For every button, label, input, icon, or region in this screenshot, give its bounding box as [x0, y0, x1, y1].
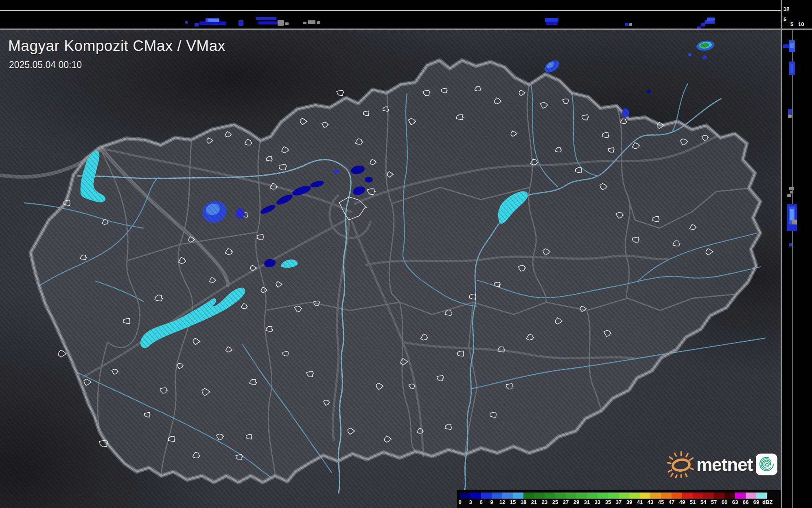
metnet-wordmark: metnet — [696, 455, 753, 475]
legend-swatch — [587, 493, 598, 499]
legend-tick-label: 6 — [476, 499, 486, 505]
top-height-profile-panel — [0, 0, 781, 29]
legend-swatch — [672, 493, 682, 499]
legend-swatch — [608, 493, 619, 499]
legend-swatch — [598, 493, 608, 499]
radar-echo — [317, 21, 320, 24]
legend-tick-label: 45 — [656, 499, 666, 505]
legend-tick-label: 63 — [730, 499, 740, 505]
legend-swatch — [534, 493, 545, 499]
legend-tick-label: 9 — [486, 499, 497, 505]
legend-tick-label: 35 — [603, 499, 613, 505]
radar-map-panel — [0, 30, 781, 508]
legend-swatch — [566, 493, 576, 499]
radar-echo — [195, 23, 199, 26]
radar-echo — [239, 20, 243, 26]
legend-swatch — [682, 493, 693, 499]
legend-swatch — [460, 493, 471, 499]
legend-labels: 0369121518212325272931333537394143454749… — [455, 499, 773, 505]
radar-echo — [790, 43, 794, 48]
legend-swatch — [471, 493, 481, 499]
reflectivity-legend: 0369121518212325272931333537394143454749… — [457, 490, 781, 508]
legend-swatch — [714, 493, 724, 499]
right-axis-label-10: 10 — [798, 22, 804, 27]
legend-swatch — [693, 493, 703, 499]
legend-tick-label: 47 — [666, 499, 677, 505]
legend-swatch — [629, 493, 640, 499]
radar-echo — [185, 21, 188, 24]
legend-tick-label: 41 — [635, 499, 645, 505]
metnet-app-icon — [756, 451, 777, 477]
radar-echo — [303, 22, 306, 24]
legend-swatch — [545, 493, 555, 499]
legend-swatch — [661, 493, 672, 499]
legend-tick-label: 25 — [550, 499, 560, 505]
legend-tick-label: 57 — [709, 499, 719, 505]
radar-echo — [258, 21, 280, 24]
legend-tick-label: 60 — [719, 499, 730, 505]
right-axis-label-5: 5 — [790, 22, 793, 27]
legend-swatch — [735, 493, 746, 499]
hungary-radar-map — [0, 30, 781, 508]
legend-tick-label: 29 — [571, 499, 582, 505]
radar-echo — [707, 18, 715, 21]
sun-icon — [667, 448, 696, 481]
radar-echo — [629, 23, 632, 26]
radar-echo — [790, 64, 793, 73]
legend-unit-label: dBZ — [762, 499, 773, 505]
radar-echo — [788, 114, 792, 118]
legend-tick-label: 0 — [455, 499, 465, 505]
country-area — [31, 60, 760, 482]
radar-echo — [285, 22, 289, 25]
legend-tick-label: 43 — [645, 499, 656, 505]
legend-tick-label: 51 — [687, 499, 698, 505]
legend-tick-label: 3 — [465, 499, 476, 505]
height-gridline-5km — [0, 21, 781, 21]
settlement-outline — [337, 90, 344, 96]
legend-tick-label: 69 — [751, 499, 762, 505]
radar-echo — [647, 90, 651, 93]
legend-swatch — [481, 493, 492, 499]
radar-echo — [792, 220, 797, 224]
panel-divider-vertical — [781, 0, 782, 508]
legend-tick-label: 21 — [529, 499, 539, 505]
top-axis-label-10: 10 — [784, 6, 789, 11]
height-gridline-5km — [792, 30, 792, 508]
legend-swatch — [502, 493, 513, 499]
app-icon-tile — [756, 454, 777, 475]
radar-echo — [545, 18, 558, 22]
legend-swatch — [513, 493, 523, 499]
legend-swatch — [523, 493, 534, 499]
legend-swatch — [576, 493, 587, 499]
radar-echo — [790, 191, 793, 194]
timestamp: 2025.05.04 00:10 — [9, 59, 82, 70]
top-axis-label-5: 5 — [784, 17, 786, 22]
legend-swatch — [619, 493, 629, 499]
profile-axis-corner: 10 5 5 10 — [782, 0, 812, 29]
legend-bar — [460, 493, 767, 499]
legend-swatch — [724, 493, 735, 499]
radar-echo — [278, 20, 284, 26]
radar-echo — [789, 187, 794, 190]
radar-echo — [701, 23, 705, 26]
panel-divider-horizontal — [0, 29, 812, 30]
legend-swatch — [492, 493, 502, 499]
page-title: Magyar Kompozit CMax / VMax — [8, 37, 225, 55]
radar-echo — [709, 21, 715, 24]
legend-tick-label: 49 — [677, 499, 687, 505]
legend-tick-label: 12 — [497, 499, 508, 505]
radar-echo — [789, 243, 792, 246]
legend-tick-label: 33 — [592, 499, 603, 505]
height-gridline-10km — [0, 10, 781, 11]
legend-tick-label: 66 — [740, 499, 751, 505]
height-gridline-10km — [802, 30, 802, 508]
radar-echo — [790, 209, 794, 220]
radar-echo — [546, 22, 558, 25]
radar-echo — [703, 55, 707, 59]
legend-tick-label: 31 — [582, 499, 592, 505]
radar-echo — [622, 108, 629, 117]
radar-echo — [787, 194, 791, 197]
legend-swatch — [650, 493, 661, 499]
radar-echo — [256, 17, 276, 20]
legend-swatch — [555, 493, 566, 499]
